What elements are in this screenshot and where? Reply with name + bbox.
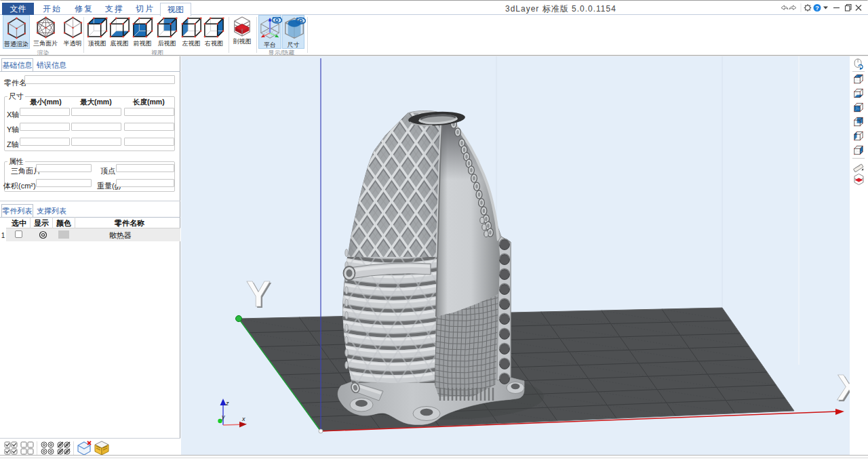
svg-text:Y: Y	[246, 273, 271, 314]
svg-text:?: ?	[815, 5, 819, 12]
svg-text:x: x	[241, 416, 245, 422]
svg-text:y: y	[221, 414, 225, 420]
svg-text:X: X	[837, 367, 850, 407]
svg-text:z: z	[225, 400, 229, 407]
